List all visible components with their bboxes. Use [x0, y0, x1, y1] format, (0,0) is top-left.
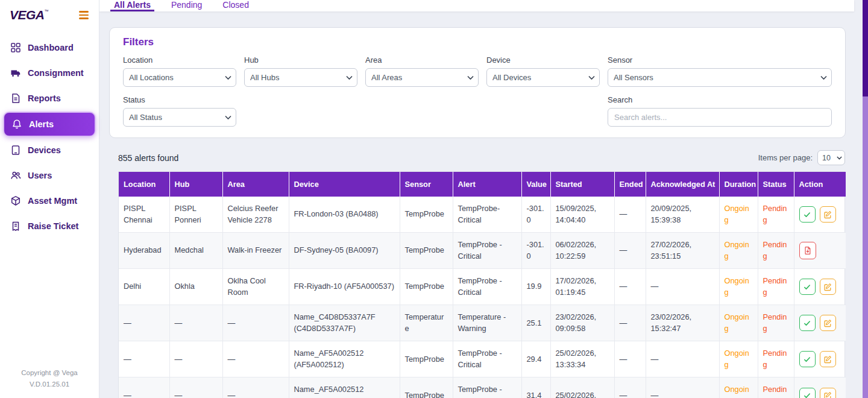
tab-closed[interactable]: Closed [219, 0, 253, 11]
copyright-line: Copyright @ Vega [0, 367, 99, 378]
status-filter-select[interactable]: All Status [123, 108, 236, 127]
cell-area: — [222, 341, 289, 377]
area-filter-select[interactable]: All Areas [365, 68, 479, 87]
cell-started: 17/02/2026, 01:19:45 [550, 269, 614, 305]
column-header-started: Started [550, 172, 614, 197]
cell-actions [794, 377, 846, 398]
page-scrollbar[interactable] [863, 0, 868, 398]
scrollbar-thumb[interactable] [863, 0, 868, 96]
approve-icon [803, 283, 811, 291]
tab-all-alerts[interactable]: All Alerts [110, 0, 154, 11]
tab-pending[interactable]: Pending [168, 0, 206, 11]
cell-value: 29.4 [521, 341, 550, 377]
device-icon [10, 145, 21, 156]
cell-value: -301.0 [521, 197, 550, 233]
cell-started: 25/02/2026, 13:33:34 [550, 341, 614, 377]
sidebar-item-label: Asset Mgmt [28, 196, 77, 206]
cell-started: 15/09/2025, 14:04:40 [550, 197, 614, 233]
cell-duration: Ongoing [719, 341, 758, 377]
device-filter-label: Device [486, 55, 600, 65]
cell-area: Walk-in Freezer [222, 233, 289, 269]
table-row: ———Name_C4D8D5337A7F (C4D8D5337A7F)Tempe… [119, 305, 846, 341]
column-header-value: Value [521, 172, 550, 197]
status-filter: Status All Status [123, 95, 236, 127]
sidebar-item-raise-ticket[interactable]: Raise Ticket [0, 213, 99, 239]
area-filter: Area All Areas [365, 55, 479, 87]
cell-area: — [222, 305, 289, 341]
cell-duration: Ongoing [719, 197, 758, 233]
cell-hub: — [169, 305, 222, 341]
cell-sensor: TempProbe [400, 341, 453, 377]
alerts-tabbar: All Alerts Pending Closed [99, 0, 854, 11]
edit-button[interactable] [820, 351, 836, 367]
sensor-filter: Sensor All Sensors [608, 55, 832, 87]
device-filter-select[interactable]: All Devices [486, 68, 600, 87]
cell-status: Pending [758, 269, 794, 305]
sidebar-item-label: Consignment [28, 68, 84, 78]
approve-icon [803, 391, 811, 398]
cell-alert: TempProbe - Critical [453, 341, 521, 377]
approve-button[interactable] [799, 206, 816, 223]
report-button[interactable] [799, 242, 816, 259]
cell-device: FR-Riyadh-10 (AF5A000537) [289, 269, 400, 305]
cell-sensor: TempProbe [400, 269, 453, 305]
column-header-ended: Ended [614, 172, 646, 197]
items-per-page-select[interactable]: 10 [817, 150, 845, 165]
location-filter: Location All Locations [123, 55, 236, 87]
cell-alert: Temperature - Warning [453, 305, 521, 341]
filters-title: Filters [123, 36, 832, 48]
cell-acknowledged_at: 20/09/2025, 15:39:38 [646, 197, 719, 233]
approve-button[interactable] [799, 388, 816, 398]
cell-sensor: Temperature [400, 305, 453, 341]
cell-ended: — [614, 269, 646, 305]
hub-filter-select[interactable]: All Hubs [244, 68, 357, 87]
alerts-table-body: PISPL ChennaiPISPL PonneriCelcius Reefer… [119, 197, 846, 398]
sidebar-item-reports[interactable]: Reports [0, 86, 99, 111]
edit-icon [823, 319, 832, 327]
table-row: ———Name_AF5A002512 (AF5A002512)TempProbe… [119, 377, 846, 398]
edit-button[interactable] [820, 206, 836, 223]
sidebar-item-label: Dashboard [28, 43, 74, 52]
cell-sensor: TempProbe [400, 233, 453, 269]
sidebar-item-alerts[interactable]: Alerts [3, 112, 96, 137]
filters-panel: Filters Location All Locations Hub All H… [109, 27, 846, 138]
column-header-action: Action [794, 172, 846, 197]
menu-toggle-icon[interactable] [77, 9, 90, 21]
sidebar-item-asset-mgmt[interactable]: Asset Mgmt [0, 188, 99, 213]
edit-button[interactable] [820, 315, 836, 331]
approve-button[interactable] [799, 279, 816, 295]
cell-actions [794, 305, 846, 341]
edit-icon [823, 391, 832, 398]
table-row: DelhiOkhlaOklha Cool RoomFR-Riyadh-10 (A… [119, 269, 846, 305]
sidebar-item-dashboard[interactable]: Dashboard [0, 35, 99, 60]
cell-hub: PISPL Ponneri [169, 197, 222, 233]
cell-status: Pending [758, 377, 794, 398]
edit-icon [823, 283, 832, 291]
cell-ended: — [614, 197, 646, 233]
cell-value: 25.1 [521, 305, 550, 341]
cell-duration: Ongoing [719, 233, 758, 269]
edit-icon [823, 210, 832, 219]
cell-hub: Okhla [169, 269, 222, 305]
sidebar-item-users[interactable]: Users [0, 163, 99, 188]
cell-area: — [222, 377, 289, 398]
sensor-filter-select[interactable]: All Sensors [608, 68, 832, 87]
version-label: V.D.01.25.01 [0, 379, 99, 390]
column-header-hub: Hub [169, 172, 222, 197]
alerts-count: 855 alerts found [118, 153, 178, 163]
location-filter-select[interactable]: All Locations [123, 68, 236, 87]
cell-actions [794, 269, 846, 305]
search-label: Search [608, 95, 832, 104]
cell-location: — [119, 377, 169, 398]
search-input[interactable] [608, 108, 832, 127]
sidebar-item-consignment[interactable]: Consignment [0, 60, 99, 86]
sidebar-item-devices[interactable]: Devices [0, 137, 99, 163]
edit-button[interactable] [820, 279, 836, 295]
sidebar-header: VEGA™ [0, 0, 99, 30]
cell-location: Hyderabad [119, 233, 169, 269]
edit-button[interactable] [820, 388, 836, 398]
hub-filter: Hub All Hubs [244, 55, 357, 87]
approve-button[interactable] [799, 315, 816, 331]
approve-button[interactable] [799, 351, 816, 367]
status-filter-label: Status [123, 95, 236, 104]
